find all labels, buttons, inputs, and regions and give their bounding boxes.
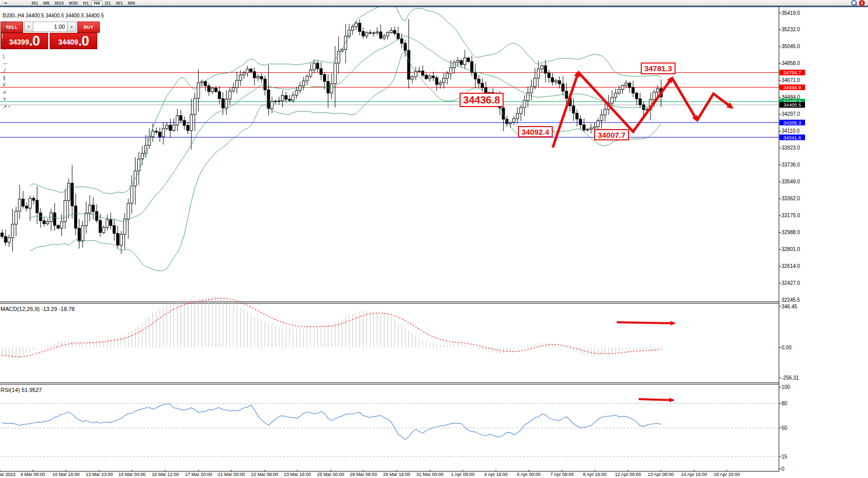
svg-text:23 Mar 16:00: 23 Mar 16:00: [284, 472, 311, 477]
svg-text:7 Apr 08:00: 7 Apr 08:00: [550, 472, 574, 477]
horizontal-levels[interactable]: [0, 73, 779, 138]
timeframe-H4[interactable]: H4: [91, 0, 102, 6]
timeframe-buttons: M1M5M15M30H1H4D1W1MN: [29, 0, 138, 6]
svg-text:ar 2022: ar 2022: [0, 472, 16, 477]
svg-text:13 Apr 08:00: 13 Apr 08:00: [647, 472, 674, 477]
search-icon[interactable]: [851, 0, 857, 6]
indicators-icon[interactable]: +▾: [1, 12, 29, 19]
fibonacci-icon[interactable]: F: [1, 81, 29, 89]
svg-text:4 Apr 16:00: 4 Apr 16:00: [484, 472, 508, 477]
svg-text:34758.7: 34758.7: [784, 70, 801, 75]
svg-text:34671.0: 34671.0: [782, 77, 800, 83]
svg-text:-256.31: -256.31: [782, 375, 799, 381]
timeframe-M15[interactable]: M15: [52, 0, 67, 6]
trendline-icon[interactable]: ╱: [1, 67, 29, 74]
chart-shift-icon[interactable]: ⇥: [1, 0, 29, 7]
svg-text:50: 50: [782, 425, 788, 431]
chevron-down-icon: ▾: [9, 105, 10, 108]
svg-text:15 Mar 04:00: 15 Mar 04:00: [118, 472, 145, 477]
svg-text:16 Mar 12:00: 16 Mar 12:00: [151, 472, 179, 477]
indicators-icon: +: [3, 13, 6, 18]
mt4-window: ▦✚新订单▰▥◉◎自动交易|||▮∿⊕⊖▦▶⇥+▾◷▾◫▾↖+|—╱∥FAT↗▾…: [0, 0, 868, 478]
arrows-icon[interactable]: ↗▾: [1, 103, 29, 110]
periods-icon[interactable]: ◷▾: [1, 19, 29, 26]
chevron-down-icon: ▾: [7, 13, 9, 17]
community-icon[interactable]: 1: [859, 0, 865, 6]
trendline-icon: ╱: [3, 68, 6, 73]
horizontal-line-icon: —: [3, 61, 8, 66]
svg-text:8 Apr 16:00: 8 Apr 16:00: [583, 472, 606, 477]
svg-text:33362.0: 33362.0: [782, 196, 800, 201]
price-chart[interactable]: 35419.035232.035045.034858.034671.034484…: [0, 0, 868, 478]
rsi-trend-arrow[interactable]: [639, 399, 674, 400]
timeframe-W1[interactable]: W1: [113, 0, 125, 6]
rsi-panel[interactable]: 1008050150: [0, 384, 790, 471]
equidistant-channel-icon[interactable]: ∥: [1, 74, 29, 81]
macd-trend-arrow[interactable]: [617, 322, 675, 323]
volume-field[interactable]: 1.00: [33, 22, 67, 32]
svg-text:22 Mar 08:00: 22 Mar 08:00: [251, 472, 278, 477]
price-axis[interactable]: 35419.035232.035045.034858.034671.034484…: [779, 10, 805, 303]
svg-text:6 Apr 00:00: 6 Apr 00:00: [517, 472, 540, 477]
buy-price[interactable]: 34409.0: [50, 33, 97, 49]
macd-label: MACD(12,26,9) -13.29 -18.78: [1, 306, 75, 312]
timeframe-H1[interactable]: H1: [80, 0, 92, 6]
price-callout-label[interactable]: 34781.3: [641, 63, 676, 74]
svg-text:15: 15: [782, 454, 788, 460]
svg-text:31 Mar 00:00: 31 Mar 00:00: [416, 472, 443, 477]
svg-text:34041.6: 34041.6: [784, 135, 801, 140]
svg-text:100: 100: [782, 384, 790, 390]
svg-text:21 Mar 00:00: 21 Mar 00:00: [218, 472, 245, 477]
svg-text:80: 80: [782, 401, 788, 406]
svg-text:32427.0: 32427.0: [782, 280, 800, 286]
cursor-icon[interactable]: ↖: [1, 38, 29, 46]
timeframe-MN[interactable]: MN: [125, 0, 138, 6]
label-icon: T: [3, 97, 6, 102]
svg-text:35045.0: 35045.0: [782, 44, 800, 49]
vertical-line-icon[interactable]: |: [1, 53, 29, 60]
toolbar-separator: [2, 7, 3, 12]
chevron-down-icon: ▾: [9, 20, 10, 24]
buy-button[interactable]: BUY: [77, 22, 100, 33]
price-callout-label[interactable]: 34007.7: [594, 129, 629, 140]
horizontal-line-icon[interactable]: —: [1, 60, 29, 67]
timeframe-D1[interactable]: D1: [102, 0, 114, 6]
svg-text:0.00: 0.00: [782, 345, 792, 350]
volume-up-button[interactable]: ▲: [67, 22, 76, 32]
chevron-down-icon: ▾: [9, 28, 11, 31]
svg-text:34858.0: 34858.0: [782, 60, 800, 66]
equidistant-channel-icon: ∥: [3, 75, 6, 80]
candlesticks[interactable]: [1, 19, 663, 254]
svg-text:33736.0: 33736.0: [782, 162, 800, 168]
svg-text:34110.0: 34110.0: [782, 128, 800, 134]
svg-text:10 Mar 16:00: 10 Mar 16:00: [52, 472, 79, 477]
svg-text:9 Mar 08:00: 9 Mar 08:00: [20, 472, 45, 477]
timeframe-M30[interactable]: M30: [66, 0, 80, 6]
svg-text:35232.0: 35232.0: [782, 27, 800, 32]
label-icon[interactable]: T: [1, 96, 29, 103]
cursor-icon: ↖: [3, 39, 7, 45]
macd-panel[interactable]: 346.450.00-256.31: [2, 296, 799, 381]
svg-text:32988.0: 32988.0: [782, 230, 800, 235]
price-callout-label[interactable]: 34436.8: [460, 93, 504, 107]
templates-icon[interactable]: ◫▾: [1, 26, 29, 33]
arrows-icon: ↗: [3, 104, 7, 109]
time-axis[interactable]: ar 20229 Mar 08:0010 Mar 16:0013 Mar 23:…: [0, 470, 740, 477]
svg-text:18 Apr 20:00: 18 Apr 20:00: [713, 472, 740, 477]
text-icon: A: [3, 90, 6, 95]
toolbar-buttons: ▦✚新订单▰▥◉◎自动交易|||▮∿⊕⊖▦▶⇥+▾◷▾◫▾↖+|—╱∥FAT↗▾: [1, 0, 29, 115]
svg-text:34594.9: 34594.9: [784, 85, 801, 90]
svg-text:33175.0: 33175.0: [782, 213, 800, 218]
svg-text:13 Mar 23:00: 13 Mar 23:00: [85, 472, 113, 477]
svg-text:17 Mar 20:00: 17 Mar 20:00: [185, 472, 212, 477]
text-icon[interactable]: A: [1, 89, 29, 96]
crosshair-icon[interactable]: +: [1, 46, 29, 53]
svg-text:14 Apr 16:00: 14 Apr 16:00: [681, 472, 707, 477]
svg-text:12 Apr 00:00: 12 Apr 00:00: [615, 472, 641, 477]
timeframe-M1[interactable]: M1: [29, 0, 41, 6]
svg-text:28 Mar 08:00: 28 Mar 08:00: [350, 472, 377, 477]
timeframe-M5[interactable]: M5: [40, 0, 52, 6]
price-callout-label[interactable]: 34092.4: [518, 126, 553, 137]
templates-icon: ◫: [3, 27, 8, 32]
svg-text:32614.0: 32614.0: [782, 263, 800, 269]
